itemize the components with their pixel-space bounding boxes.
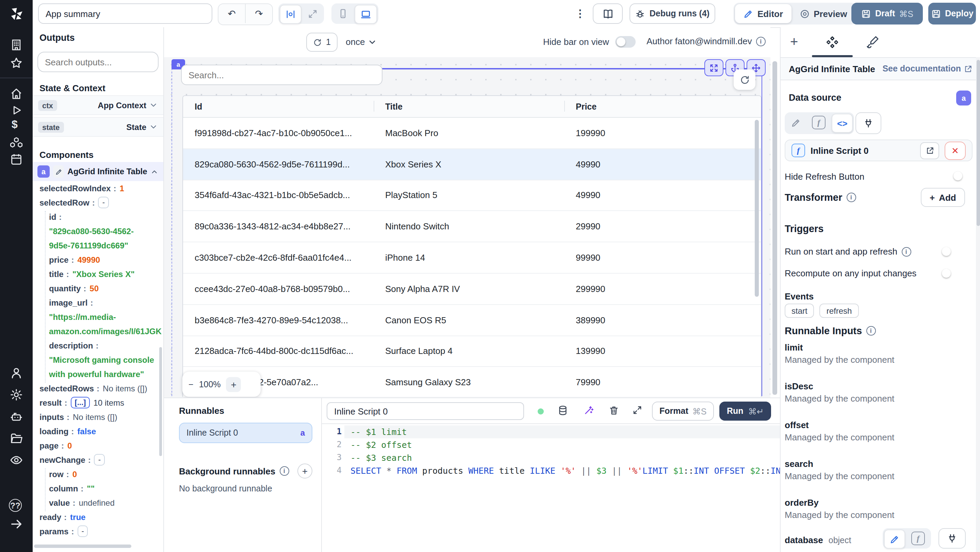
template-mode-button[interactable]: f bbox=[807, 114, 830, 131]
workers-icon[interactable] bbox=[10, 410, 23, 423]
component-refresh-button[interactable] bbox=[733, 69, 756, 90]
expand-chip[interactable]: - bbox=[98, 197, 109, 208]
template-mode-button[interactable]: f bbox=[907, 530, 930, 547]
state-row[interactable]: state State bbox=[33, 117, 163, 137]
info-icon[interactable]: i bbox=[866, 326, 875, 336]
hide-bar-toggle[interactable] bbox=[615, 36, 636, 48]
table-row[interactable]: ccee43dc-27e0-40a8-b768-b09579b0...Sony … bbox=[183, 274, 761, 305]
column-header-id[interactable]: Id bbox=[183, 102, 374, 111]
run-button[interactable]: Run ⌘↵ bbox=[719, 402, 772, 421]
rename-component-button[interactable] bbox=[53, 165, 64, 178]
windmill-logo[interactable] bbox=[0, 0, 33, 27]
outputs-horizontal-scrollbar[interactable] bbox=[34, 544, 131, 548]
column-header-title[interactable]: Title bbox=[374, 102, 564, 111]
help-icon[interactable]: ?? bbox=[9, 499, 22, 512]
undo-button[interactable]: ↶ bbox=[218, 4, 245, 23]
frequency-dropdown[interactable]: once bbox=[346, 37, 377, 47]
output-row[interactable]: selectedRow:- bbox=[35, 195, 162, 210]
table-row[interactable]: 354f6afd-43ac-4321-b1bc-0b5e5adcb...Play… bbox=[183, 180, 761, 212]
users-icon[interactable] bbox=[10, 366, 23, 380]
detach-script-button[interactable]: ✕ bbox=[945, 141, 966, 160]
expand-chip[interactable]: - bbox=[94, 454, 105, 466]
output-row[interactable]: row:0 bbox=[35, 467, 162, 481]
tab-preview[interactable]: Preview bbox=[791, 4, 855, 23]
connect-mode-button[interactable] bbox=[856, 112, 881, 134]
code-line-1[interactable]: -- $1 limit bbox=[350, 427, 407, 437]
output-row[interactable]: selectedRowIndex:1 bbox=[35, 181, 162, 195]
output-row[interactable]: price:49990 bbox=[35, 253, 162, 267]
output-row[interactable]: ready:true bbox=[35, 510, 162, 524]
column-header-price[interactable]: Price bbox=[564, 102, 755, 111]
column-separator[interactable] bbox=[564, 101, 565, 111]
center-align-button[interactable] bbox=[280, 5, 301, 24]
attached-script-row[interactable]: f Inline Script 0 ✕ bbox=[785, 140, 972, 161]
table-row[interactable]: 4c83-8022-5e70a07a2...Samsung Galaxy S23… bbox=[183, 367, 761, 397]
output-row[interactable]: result:[...]10 items bbox=[35, 395, 162, 410]
tab-editor[interactable]: Editor bbox=[735, 4, 791, 23]
static-mode-button[interactable] bbox=[884, 530, 905, 549]
canvas-grid-background[interactable]: a Id Title Price f991898d-cb27-4ac7-b10c… bbox=[164, 57, 770, 423]
zoom-in-button[interactable]: + bbox=[226, 377, 241, 392]
table-row-selected[interactable]: 829ca080-5630-4562-9d5e-7611199d...Xbox … bbox=[183, 149, 761, 180]
output-row[interactable]: quantity:50 bbox=[35, 281, 162, 295]
static-mode-button[interactable] bbox=[786, 114, 806, 131]
fullwidth-button[interactable] bbox=[303, 5, 323, 22]
table-row[interactable]: 89c0a336-1343-4812-ac34-e4bb8e27...Ninte… bbox=[183, 212, 761, 243]
event-chip-start[interactable]: start bbox=[785, 304, 814, 318]
code-line-2[interactable]: -- $2 offset bbox=[350, 440, 412, 450]
table-row[interactable]: 2128adca-7fc6-44bd-800c-dc115df6ac...Sur… bbox=[183, 336, 761, 367]
canvas-vertical-scrollbar[interactable] bbox=[772, 61, 777, 395]
styling-tab[interactable] bbox=[866, 35, 879, 48]
redo-button[interactable]: ↷ bbox=[245, 4, 272, 23]
database-button[interactable] bbox=[557, 405, 568, 416]
output-row[interactable]: params:- bbox=[35, 524, 162, 538]
expand-editor-button[interactable] bbox=[632, 405, 643, 415]
more-menu-button[interactable]: ⋮ bbox=[575, 8, 586, 20]
output-row[interactable]: inputs:No items ([]) bbox=[35, 410, 162, 424]
code-mode-button[interactable]: <> bbox=[832, 114, 853, 133]
delete-script-button[interactable] bbox=[608, 405, 619, 416]
expand-array-chip[interactable]: [...] bbox=[70, 397, 90, 408]
add-transformer-button[interactable]: + Add bbox=[921, 188, 965, 207]
info-icon[interactable]: i bbox=[846, 192, 856, 202]
schedules-icon[interactable] bbox=[10, 153, 23, 166]
expand-chip[interactable]: - bbox=[77, 525, 88, 537]
desktop-view-button[interactable] bbox=[355, 5, 377, 24]
script-name-input[interactable] bbox=[327, 402, 524, 420]
workspace-icon[interactable] bbox=[10, 38, 23, 52]
collapse-component-button[interactable] bbox=[151, 167, 159, 176]
collapse-rail-icon[interactable] bbox=[10, 517, 23, 531]
folders-icon[interactable] bbox=[10, 431, 23, 445]
output-row[interactable]: selectedRows:No items ([]) bbox=[35, 381, 162, 395]
info-icon[interactable]: i bbox=[756, 37, 765, 46]
draft-button[interactable]: Draft ⌘S bbox=[851, 3, 923, 24]
table-row[interactable]: f991898d-cb27-4ac7-b10c-0b9050ce1...MacB… bbox=[183, 118, 761, 149]
resources-icon[interactable] bbox=[10, 136, 23, 150]
output-row[interactable]: description: bbox=[35, 338, 162, 353]
component-header-row[interactable]: a AgGrid Infinite Table bbox=[33, 162, 163, 181]
debug-runs-button[interactable]: Debug runs (4) bbox=[630, 3, 715, 24]
code-line-3[interactable]: -- $3 search bbox=[350, 453, 412, 463]
table-row[interactable]: b3e864c8-7fe3-4270-89e9-54c12038...Canon… bbox=[183, 305, 761, 336]
refresh-app-button[interactable]: 1 bbox=[306, 33, 337, 52]
output-row[interactable]: value:undefined bbox=[35, 496, 162, 510]
docs-button[interactable] bbox=[593, 3, 623, 24]
output-row[interactable]: page:0 bbox=[35, 438, 162, 453]
see-documentation-link[interactable]: See documentation bbox=[882, 64, 972, 73]
app-name-input[interactable] bbox=[38, 3, 212, 24]
output-row[interactable]: id: bbox=[35, 210, 162, 224]
info-icon[interactable]: i bbox=[901, 247, 911, 256]
output-row[interactable]: column:"" bbox=[35, 481, 162, 496]
favorites-icon[interactable] bbox=[10, 56, 23, 70]
open-script-button[interactable] bbox=[920, 142, 939, 159]
table-search-input[interactable] bbox=[181, 65, 382, 85]
zoom-out-button[interactable]: − bbox=[189, 379, 194, 389]
deploy-button[interactable]: Deploy bbox=[928, 3, 976, 24]
panel-divider[interactable] bbox=[321, 398, 322, 552]
settings-icon[interactable] bbox=[10, 388, 23, 402]
ai-assist-button[interactable] bbox=[583, 405, 594, 416]
add-component-tab[interactable]: + bbox=[790, 34, 798, 50]
panel-vertical-scrollbar[interactable] bbox=[977, 60, 980, 226]
variables-icon[interactable]: $ bbox=[11, 118, 18, 131]
mobile-view-button[interactable] bbox=[333, 5, 353, 22]
